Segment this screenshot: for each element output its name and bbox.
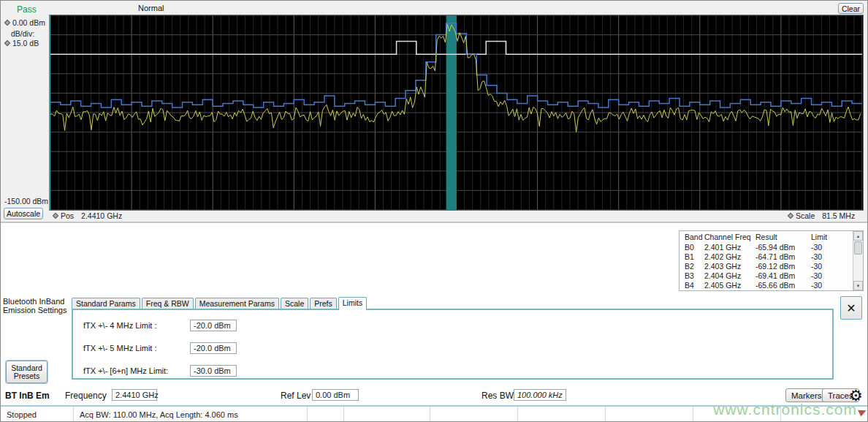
tab-scale[interactable]: Scale (281, 298, 308, 309)
limit-6n-mhz-input[interactable]: -30.0 dBm (190, 365, 237, 377)
results-table-grid[interactable]: BandChannel FreqResultLimitB02.401 GHz-6… (679, 231, 853, 290)
position-value: 2.4410 GHz (81, 211, 122, 220)
column-header: Limit (811, 233, 846, 241)
table-cell: -30 (811, 271, 846, 280)
standard-presets-button[interactable]: Standard Presets (6, 361, 47, 383)
ref-level-knob-icon[interactable] (4, 20, 10, 26)
tab-measurement-params[interactable]: Measurement Params (195, 298, 279, 309)
table-cell: -30 (811, 243, 846, 252)
tab-limits[interactable]: Limits (338, 297, 367, 310)
status-cell-empty (606, 407, 693, 422)
table-cell: -69.41 dBm (755, 271, 811, 280)
gear-icon[interactable]: ⚙ (849, 387, 863, 404)
limit-row-5mhz: fTX +\- 5 MHz Limit : -20.0 dBm (83, 342, 237, 354)
db-div-value: 15.0 dB (12, 39, 39, 48)
settings-limits-pane: fTX +\- 4 MHz Limit : -20.0 dBm fTX +\- … (72, 309, 834, 380)
spectrum-analyzer-window: Pass Normal Clear 0.00 dBm dB/div: 15.0 … (0, 0, 868, 422)
spectrum-plot[interactable] (49, 15, 864, 211)
ref-level-value: 0.00 dBm (12, 18, 45, 27)
status-bar: Stopped Acq BW: 110.00 MHz, Acq Length: … (1, 405, 868, 422)
acquisition-info: Acq BW: 110.00 MHz, Acq Length: 4.060 ms (74, 407, 308, 422)
status-cell-empty (308, 407, 344, 422)
table-cell: 2.404 GHz (704, 271, 755, 280)
tab-prefs[interactable]: Prefs (310, 298, 337, 309)
position-readout: Pos 2.4410 GHz (53, 211, 122, 220)
scroll-up-icon[interactable]: ▲ (853, 231, 863, 241)
table-cell: -65.94 dBm (755, 243, 811, 252)
column-header: Channel Freq (704, 233, 755, 241)
frequency-input[interactable]: 2.4410 GHz (112, 389, 157, 401)
frequency-label: Frequency (65, 391, 107, 401)
autoscale-button[interactable]: Autoscale (4, 208, 43, 219)
limit-row-6n-mhz: fTX +\- [6+n] MHz Limit: -30.0 dBm (83, 365, 237, 377)
limit-4mhz-input[interactable]: -20.0 dBm (190, 320, 237, 331)
status-cell-empty (693, 407, 781, 422)
tab-freq-rbw[interactable]: Freq & RBW (142, 298, 194, 309)
status-cell-empty (430, 407, 518, 422)
table-row[interactable]: B22.403 GHz-69.12 dBm-30 (679, 261, 853, 271)
results-scrollbar[interactable]: ▲ ▼ (853, 231, 863, 290)
table-cell: 2.401 GHz (704, 243, 755, 252)
table-row[interactable]: B32.404 GHz-69.41 dBm-30 (679, 271, 853, 280)
status-cell-empty (781, 407, 868, 422)
table-cell: B1 (679, 252, 704, 261)
position-knob-icon[interactable] (53, 213, 58, 219)
limit-5mhz-label: fTX +\- 5 MHz Limit : (83, 344, 190, 353)
table-cell: -65.66 dBm (755, 281, 811, 290)
table-cell: 2.405 GHz (704, 281, 755, 290)
res-bw-label: Res BW (481, 391, 514, 401)
scale-knob-icon[interactable] (788, 213, 793, 219)
table-row[interactable]: B02.401 GHz-65.94 dBm-30 (679, 242, 853, 252)
scale-readout: Scale 81.5 MHz (788, 211, 855, 220)
results-table: BandChannel FreqResultLimitB02.401 GHz-6… (679, 230, 864, 291)
limit-row-4mhz: fTX +\- 4 MHz Limit : -20.0 dBm (83, 320, 237, 331)
markers-button[interactable]: Markers (785, 388, 828, 402)
db-div-row: 15.0 dB (5, 39, 39, 48)
limit-5mhz-input[interactable]: -20.0 dBm (190, 342, 237, 354)
table-cell: -30 (811, 262, 846, 271)
run-state: Stopped (1, 407, 74, 422)
pass-status: Pass (17, 4, 37, 15)
table-cell: 2.403 GHz (704, 262, 755, 271)
table-row[interactable]: B42.405 GHz-65.66 dBm-30 (679, 280, 853, 290)
tab-standard-params[interactable]: Standard Params (72, 298, 140, 309)
tx-channel-marker (446, 15, 457, 210)
clear-button[interactable]: Clear (838, 3, 864, 14)
measurement-mode-label: BT InB Em (5, 391, 50, 401)
scrollbar-thumb[interactable] (854, 241, 862, 255)
bottom-level-value: -150.00 dBm (4, 197, 48, 206)
limit-6n-mhz-label: fTX +\- [6+n] MHz Limit: (83, 366, 190, 375)
table-cell: -69.12 dBm (755, 262, 811, 271)
ref-lev-input[interactable]: 0.00 dBm (312, 389, 359, 401)
trace-mode-label: Normal (138, 4, 164, 12)
table-cell: -30 (811, 281, 846, 290)
ref-level-row: 0.00 dBm (5, 18, 45, 27)
table-cell: B3 (679, 271, 704, 280)
table-cell: B4 (679, 281, 704, 290)
plot-region-background: Pass Normal Clear 0.00 dBm dB/div: 15.0 … (1, 1, 868, 222)
ref-lev-label: Ref Lev (281, 391, 311, 401)
scale-value: 81.5 MHz (822, 211, 855, 220)
table-cell: B2 (679, 262, 704, 271)
control-bar: BT InB Em Frequency 2.4410 GHz Ref Lev 0… (1, 387, 868, 405)
column-header: Result (755, 233, 811, 241)
status-cell-empty (518, 407, 606, 422)
table-row[interactable]: B12.402 GHz-64.71 dBm-30 (679, 252, 853, 261)
table-header-row: BandChannel FreqResultLimit (679, 231, 853, 242)
scale-label: Scale (796, 211, 815, 220)
close-icon[interactable]: ✕ (840, 296, 862, 320)
column-header: Band (679, 233, 704, 241)
scrollbar-track[interactable] (853, 255, 863, 281)
limit-4mhz-label: fTX +\- 4 MHz Limit : (83, 321, 190, 330)
table-cell: -64.71 dBm (755, 252, 811, 261)
position-label: Pos (61, 211, 74, 220)
table-cell: 2.402 GHz (704, 252, 755, 261)
status-cell-empty (344, 407, 430, 422)
table-cell: -30 (811, 252, 846, 261)
db-div-knob-icon[interactable] (4, 40, 10, 46)
scroll-down-icon[interactable]: ▼ (853, 281, 863, 290)
settings-tabstrip: Standard ParamsFreq & RBWMeasurement Par… (72, 298, 368, 310)
settings-panel-title: Bluetooth InBand Emission Settings (3, 297, 70, 314)
res-bw-input[interactable]: 100.000 kHz (514, 389, 566, 401)
table-cell: B0 (679, 243, 704, 252)
